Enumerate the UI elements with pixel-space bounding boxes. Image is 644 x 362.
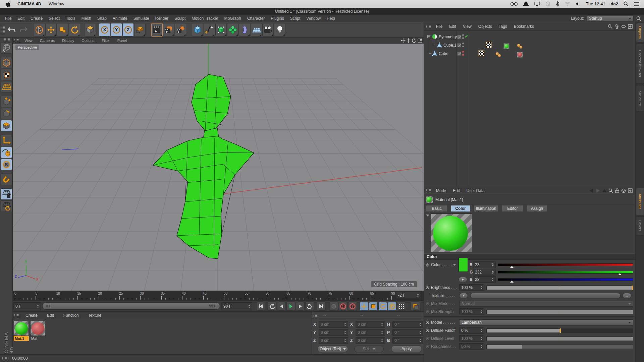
history-back-icon[interactable] (589, 189, 594, 193)
apple-menu-icon[interactable] (6, 1, 11, 7)
visibility-dots-hidden[interactable] (462, 51, 464, 56)
move-tool-button[interactable] (45, 23, 57, 37)
app-menu-item[interactable]: Mesh (78, 16, 94, 21)
app-menu-item[interactable]: Snap (94, 16, 110, 21)
redo-button[interactable] (18, 23, 29, 37)
side-tab-attributes[interactable]: Attributes (636, 188, 644, 215)
mix-mode-dropdown[interactable]: Normal (459, 301, 633, 307)
lock-icon[interactable] (615, 188, 619, 193)
anim-dot-icon[interactable] (426, 321, 429, 324)
material-mat1[interactable]: Mat.1 (14, 321, 29, 341)
spline-pen-button[interactable] (204, 23, 215, 37)
soft-selection-button[interactable]: S (1, 159, 12, 170)
om-filter-eye-icon[interactable] (621, 25, 626, 28)
edges-mode-button[interactable] (1, 108, 12, 119)
spotlight-search-icon[interactable] (624, 1, 629, 6)
app-menu-item[interactable]: Sculpt (171, 16, 189, 21)
render-picture-viewer-button[interactable] (163, 23, 174, 37)
om-menu-item[interactable]: File (433, 24, 446, 29)
goto-end-button[interactable] (317, 302, 325, 311)
texture-tag-mat1-icon[interactable] (503, 43, 509, 49)
app-menu-item[interactable]: MoGraph (221, 16, 244, 21)
toolbar-grip[interactable] (1, 25, 5, 34)
x-axis-lock-button[interactable]: X (99, 23, 110, 37)
light-button[interactable] (274, 23, 285, 37)
brightness-field[interactable]: 100 % (459, 284, 484, 291)
r-value-field[interactable]: 23 (473, 261, 496, 268)
app-menu-item[interactable]: Create (28, 16, 46, 21)
mix-strength-field[interactable]: 100 % (459, 308, 484, 315)
om-menu-item[interactable]: Tags (495, 24, 511, 29)
app-menu-item[interactable]: Character (244, 16, 268, 21)
undo-button[interactable] (6, 23, 17, 37)
color-expand-icon[interactable] (453, 264, 456, 266)
texture-mode-button[interactable] (1, 69, 12, 80)
coords-size-dropdown[interactable]: Size (354, 346, 384, 352)
g-slider[interactable] (498, 271, 633, 274)
rot-b-field[interactable]: 0 ° (392, 337, 423, 344)
side-tab-objects[interactable]: Objects (636, 23, 644, 42)
uvw-tag-icon[interactable] (478, 50, 484, 56)
roughness-field[interactable]: 50 % (459, 343, 484, 350)
frame-offset-field[interactable]: -2 F (396, 292, 421, 299)
app-menu-item[interactable]: Simulate (130, 16, 152, 21)
model-mode-button[interactable] (1, 57, 12, 68)
am-menu-item[interactable]: Mode (433, 188, 449, 193)
rot-h-field[interactable]: 0 ° (392, 321, 423, 328)
airplay-icon[interactable] (534, 2, 540, 6)
tab-color[interactable]: Color (451, 205, 470, 212)
key-position-button[interactable] (360, 302, 368, 311)
viewport-menu-item[interactable]: Options (78, 39, 98, 43)
layer-slash-icon[interactable] (457, 52, 461, 56)
coords-grip[interactable] (313, 313, 319, 317)
snap-magnet-button[interactable] (1, 174, 12, 185)
play-backward-loop-button[interactable] (268, 302, 276, 311)
object-row-cube1[interactable]: Cube.1 (424, 41, 635, 49)
key-parameter-button[interactable]: P (388, 302, 396, 311)
spinner-icon[interactable] (248, 305, 250, 308)
end-frame-field[interactable]: 90 F (221, 302, 252, 310)
goto-start-button[interactable] (256, 302, 265, 311)
side-tab-content-browser[interactable]: Content Browser (636, 44, 644, 84)
rotate-tool-button[interactable] (69, 23, 80, 37)
keyframe-help-button[interactable]: ? (348, 302, 357, 311)
om-add-panel-icon[interactable] (628, 24, 633, 29)
key-scale-button[interactable] (369, 302, 378, 311)
bluetooth-icon[interactable] (556, 1, 559, 6)
silhouette-icon[interactable] (523, 2, 529, 6)
key-rotation-button[interactable] (378, 302, 387, 311)
mac-clock[interactable]: Tue 12:41 (586, 1, 605, 6)
app-menu-item[interactable]: Edit (14, 16, 28, 21)
keyframe-selection-button[interactable] (411, 302, 421, 311)
viewport-menu-item[interactable]: Cameras (36, 39, 59, 43)
tab-assign[interactable]: Assign (527, 205, 547, 212)
viewport-menu-item[interactable]: Display (58, 39, 78, 43)
history-forward-icon[interactable] (596, 189, 600, 193)
polygons-mode-button[interactable] (1, 120, 12, 131)
glasses-icon[interactable] (511, 2, 518, 6)
viewport-grip[interactable] (14, 39, 20, 42)
mac-user[interactable]: da2 (611, 1, 618, 6)
om-search-icon[interactable] (608, 24, 612, 29)
render-settings-button[interactable] (175, 23, 186, 37)
am-grip[interactable] (426, 189, 432, 193)
diffuse-level-slider[interactable] (486, 337, 633, 341)
tab-editor[interactable]: Editor (502, 205, 523, 212)
play-button[interactable] (286, 302, 295, 311)
mac-menu-window[interactable]: Window (49, 1, 64, 6)
app-menu-item[interactable]: Animate (110, 16, 130, 21)
tab-illumination[interactable]: Illumination (474, 205, 498, 212)
brightness-slider[interactable] (486, 286, 633, 290)
autokey-button[interactable]: ( ) (339, 302, 347, 311)
object-row-symmetry[interactable]: Symmetry ✓ (424, 33, 635, 41)
viewport-menu-item[interactable]: Panel (114, 39, 130, 43)
am-menu-item[interactable]: User Data (463, 188, 488, 193)
toolcol-grip[interactable] (2, 38, 11, 42)
app-menu-item[interactable]: Window (303, 16, 324, 21)
time-machine-icon[interactable] (545, 1, 550, 6)
om-grip[interactable] (426, 24, 432, 28)
am-search-icon[interactable] (608, 188, 613, 193)
texture-browse-button[interactable]: ... (623, 293, 631, 298)
coords-apply-button[interactable]: Apply (391, 346, 422, 352)
phong-tag-icon[interactable] (517, 43, 523, 49)
